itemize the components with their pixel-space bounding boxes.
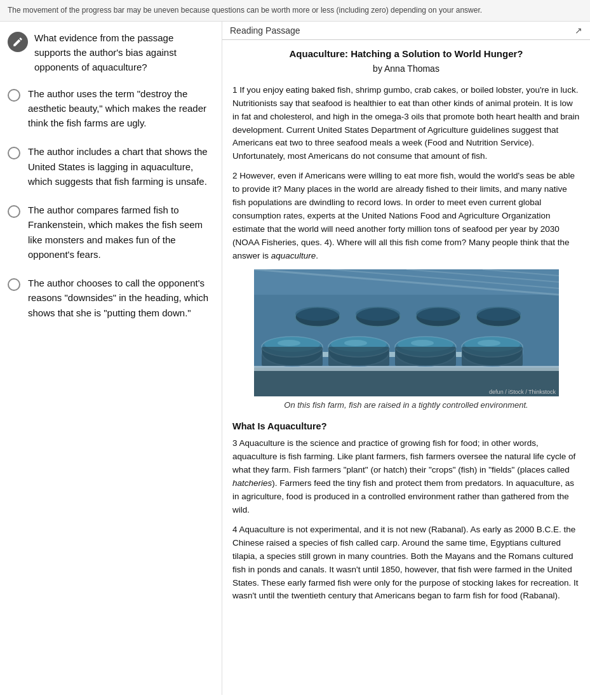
svg-rect-20: [262, 347, 323, 366]
passage-author: by Anna Thomas: [232, 62, 580, 76]
option-text-d: The author chooses to call the opponent'…: [28, 276, 211, 320]
svg-point-36: [344, 340, 367, 346]
fish-farm-image: defun / iStock / Thinkstock: [254, 269, 559, 396]
fish-farm-svg: defun / iStock / Thinkstock: [254, 269, 559, 396]
svg-point-34: [476, 307, 521, 321]
aquaculture-italic: aquaculture: [271, 251, 316, 260]
edit-icon-svg: [12, 36, 23, 48]
svg-point-30: [356, 307, 400, 321]
svg-point-35: [278, 340, 300, 346]
option-text-a: The author uses the term "destroy the ae…: [28, 86, 211, 131]
svg-rect-23: [462, 347, 523, 366]
external-link-icon[interactable]: ↗: [575, 25, 582, 36]
section-heading-aquaculture: What Is Aquaculture?: [232, 419, 580, 433]
question-text: What evidence from the passage supports …: [34, 30, 211, 75]
passage-para-3: 3 Aquaculture is the science and practic…: [232, 437, 580, 517]
svg-point-28: [295, 307, 340, 321]
option-text-c: The author compares farmed fish to Frank…: [28, 203, 211, 262]
option-text-b: The author includes a chart that shows t…: [28, 144, 211, 189]
svg-point-37: [411, 340, 434, 346]
para-num-4: 4: [232, 525, 239, 534]
passage-para-4: 4 Aquaculture is not experimental, and i…: [232, 523, 580, 603]
main-container: What evidence from the passage supports …: [0, 22, 590, 695]
svg-rect-24: [323, 352, 328, 357]
answer-option-b[interactable]: The author includes a chart that shows t…: [8, 144, 211, 189]
answer-option-c[interactable]: The author compares farmed fish to Frank…: [8, 203, 211, 262]
svg-rect-26: [456, 352, 462, 357]
radio-a[interactable]: [8, 89, 20, 102]
para-num-1: 1: [232, 85, 239, 95]
image-caption: On this fish farm, fish are raised in a …: [232, 399, 580, 412]
svg-rect-7: [254, 366, 559, 371]
para-num-3: 3: [232, 438, 239, 448]
svg-rect-22: [395, 347, 456, 366]
hatcheries-italic: hatcheries: [232, 478, 272, 488]
pencil-icon: [8, 32, 28, 52]
svg-rect-25: [389, 352, 395, 357]
svg-rect-21: [328, 347, 389, 366]
passage-content: Aquaculture: Hatching a Solution to Worl…: [222, 40, 590, 620]
passage-para-1: 1 If you enjoy eating baked fish, shrimp…: [232, 84, 580, 164]
reading-passage-label: Reading Passage: [230, 25, 300, 36]
reading-passage-header: Reading Passage ↗: [222, 22, 590, 40]
radio-c[interactable]: [8, 205, 20, 218]
answer-choices: The author uses the term "destroy the ae…: [8, 86, 211, 320]
answer-option-a[interactable]: The author uses the term "destroy the ae…: [8, 86, 211, 131]
radio-b[interactable]: [8, 147, 20, 159]
left-panel: What evidence from the passage supports …: [0, 22, 222, 695]
right-panel: Reading Passage ↗ Aquaculture: Hatching …: [222, 22, 590, 695]
passage-para-2: 2 However, even if Americans were willin…: [232, 170, 580, 262]
svg-point-38: [478, 340, 500, 346]
svg-text:defun / iStock / Thinkstock: defun / iStock / Thinkstock: [489, 389, 556, 395]
answer-option-d[interactable]: The author chooses to call the opponent'…: [8, 276, 211, 320]
progress-note: The movement of the progress bar may be …: [0, 0, 590, 22]
passage-title: Aquaculture: Hatching a Solution to Worl…: [232, 46, 580, 61]
para-num-2: 2: [232, 171, 239, 180]
question-header: What evidence from the passage supports …: [8, 30, 211, 75]
svg-point-32: [416, 307, 460, 321]
radio-d[interactable]: [8, 278, 20, 291]
